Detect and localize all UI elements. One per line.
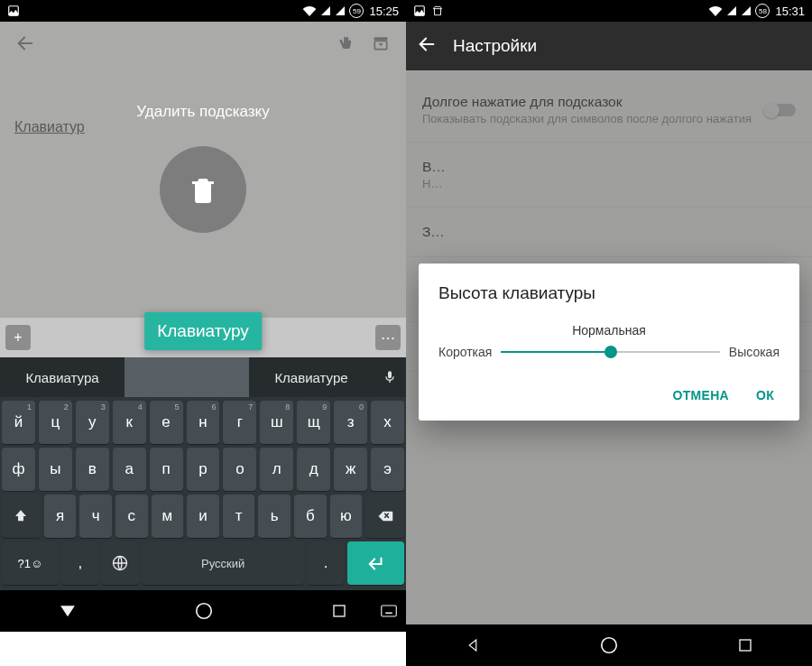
key-в[interactable]: в bbox=[76, 448, 109, 491]
suggestion-center[interactable] bbox=[125, 357, 249, 397]
nav-recents[interactable] bbox=[737, 637, 753, 653]
back-button[interactable] bbox=[7, 25, 43, 61]
slider-min-label: Короткая bbox=[438, 345, 492, 359]
svg-rect-6 bbox=[382, 606, 397, 616]
back-button[interactable] bbox=[417, 34, 437, 58]
archive-icon[interactable] bbox=[363, 25, 399, 61]
height-slider[interactable] bbox=[501, 351, 719, 353]
key-н[interactable]: н6 bbox=[187, 401, 220, 444]
key-ю[interactable]: ю bbox=[330, 495, 363, 538]
signal-icon-2 bbox=[335, 5, 346, 16]
key-з[interactable]: з0 bbox=[334, 401, 367, 444]
signal-icon-1 bbox=[726, 5, 737, 16]
key-м[interactable]: м bbox=[152, 495, 184, 538]
battery-indicator: 58 bbox=[755, 4, 770, 18]
status-clock: 15:25 bbox=[369, 5, 399, 18]
svg-point-13 bbox=[602, 638, 617, 653]
comma-key[interactable]: , bbox=[62, 541, 98, 585]
shift-key[interactable] bbox=[2, 495, 41, 538]
typed-text: Клавиатур bbox=[14, 119, 85, 135]
key-у[interactable]: у3 bbox=[76, 401, 109, 444]
nav-recents[interactable] bbox=[331, 603, 347, 619]
gallery-notif-icon bbox=[7, 5, 20, 17]
svg-rect-5 bbox=[334, 606, 345, 616]
key-ш[interactable]: ш8 bbox=[260, 401, 293, 444]
gesture-icon[interactable] bbox=[327, 25, 363, 61]
dialog-title: Высота клавиатуры bbox=[438, 283, 780, 303]
signal-icon-2 bbox=[741, 5, 752, 16]
add-button[interactable]: + bbox=[5, 325, 31, 350]
key-й[interactable]: й1 bbox=[2, 401, 35, 444]
play-store-notif-icon bbox=[431, 5, 444, 17]
space-key[interactable]: Русский bbox=[143, 541, 304, 585]
key-о[interactable]: о bbox=[223, 448, 256, 491]
slider-max-label: Высокая bbox=[729, 345, 780, 359]
key-ч[interactable]: ч bbox=[79, 495, 112, 538]
period-key[interactable]: . bbox=[308, 541, 344, 585]
nav-home[interactable] bbox=[599, 635, 619, 655]
key-щ[interactable]: щ9 bbox=[297, 401, 330, 444]
cancel-button[interactable]: ОТМЕНА bbox=[667, 381, 734, 410]
nav-bar bbox=[406, 624, 812, 666]
symbols-key[interactable]: ?1☺ bbox=[2, 541, 59, 585]
backspace-key[interactable] bbox=[365, 495, 404, 538]
nav-bar bbox=[0, 590, 406, 632]
ok-button[interactable]: ОК bbox=[751, 381, 780, 410]
key-ь[interactable]: ь bbox=[258, 495, 291, 538]
key-и[interactable]: и bbox=[187, 495, 219, 538]
keyboard-height-dialog: Высота клавиатуры Нормальная Короткая Вы… bbox=[419, 264, 799, 421]
nav-home[interactable] bbox=[194, 601, 214, 621]
key-а[interactable]: а bbox=[113, 448, 146, 491]
key-ы[interactable]: ы bbox=[39, 448, 72, 491]
nav-ime-switch[interactable] bbox=[381, 605, 397, 617]
dragged-suggestion-chip[interactable]: Клавиатуру bbox=[144, 312, 262, 350]
key-ц[interactable]: ц2 bbox=[39, 401, 72, 444]
key-б[interactable]: б bbox=[294, 495, 327, 538]
wifi-icon bbox=[708, 5, 723, 16]
enter-key[interactable] bbox=[347, 541, 404, 585]
phone-right: 58 15:31 Настройки Долгое нажатие для по… bbox=[406, 0, 812, 666]
gallery-notif-icon bbox=[413, 5, 426, 17]
trash-target[interactable] bbox=[160, 146, 246, 233]
candidate-bar: + Послед… …25 ⋯ Клавиатуру bbox=[0, 318, 406, 357]
suggestion-left[interactable]: Клавиатура bbox=[0, 370, 125, 385]
delete-hint-label: Удалить подсказку bbox=[0, 103, 406, 121]
more-button[interactable]: ⋯ bbox=[375, 325, 401, 350]
status-clock: 15:31 bbox=[775, 5, 805, 18]
status-bar: 58 15:31 bbox=[406, 0, 812, 22]
svg-rect-14 bbox=[740, 640, 751, 651]
svg-rect-1 bbox=[374, 37, 388, 40]
app-bar bbox=[0, 22, 406, 65]
page-title: Настройки bbox=[453, 36, 537, 56]
settings-list: Долгое нажатие для подсказок Показывать … bbox=[406, 70, 812, 624]
key-п[interactable]: п bbox=[150, 448, 183, 491]
battery-indicator: 59 bbox=[349, 4, 364, 18]
nav-back[interactable] bbox=[59, 602, 77, 620]
mic-button[interactable] bbox=[374, 370, 406, 384]
key-я[interactable]: я bbox=[44, 495, 77, 538]
key-е[interactable]: е5 bbox=[150, 401, 183, 444]
key-л[interactable]: л bbox=[260, 448, 293, 491]
key-э[interactable]: э bbox=[371, 448, 404, 491]
key-ф[interactable]: ф bbox=[2, 448, 35, 491]
language-key[interactable] bbox=[102, 541, 138, 585]
key-с[interactable]: с bbox=[115, 495, 148, 538]
suggestion-row: Клавиатура Клавиатуре bbox=[0, 357, 406, 397]
status-bar: 59 15:25 bbox=[0, 0, 406, 22]
nav-back[interactable] bbox=[465, 637, 481, 653]
slider-thumb[interactable] bbox=[604, 346, 617, 358]
key-т[interactable]: т bbox=[223, 495, 255, 538]
phone-left: 59 15:25 Клавиатур Удалить подсказку + bbox=[0, 0, 406, 666]
key-д[interactable]: д bbox=[297, 448, 330, 491]
key-к[interactable]: к4 bbox=[113, 401, 146, 444]
svg-point-4 bbox=[197, 604, 212, 619]
key-х[interactable]: х bbox=[371, 401, 404, 444]
signal-icon-1 bbox=[320, 5, 331, 16]
slider-value-label: Нормальная bbox=[438, 323, 780, 338]
wifi-icon bbox=[302, 5, 317, 16]
keyboard: й1ц2у3к4е5н6г7ш8щ9з0х фывапролджэ ячсмит… bbox=[0, 397, 406, 590]
key-ж[interactable]: ж bbox=[334, 448, 367, 491]
suggestion-right[interactable]: Клавиатуре bbox=[249, 370, 374, 385]
key-р[interactable]: р bbox=[187, 448, 220, 491]
key-г[interactable]: г7 bbox=[223, 401, 256, 444]
